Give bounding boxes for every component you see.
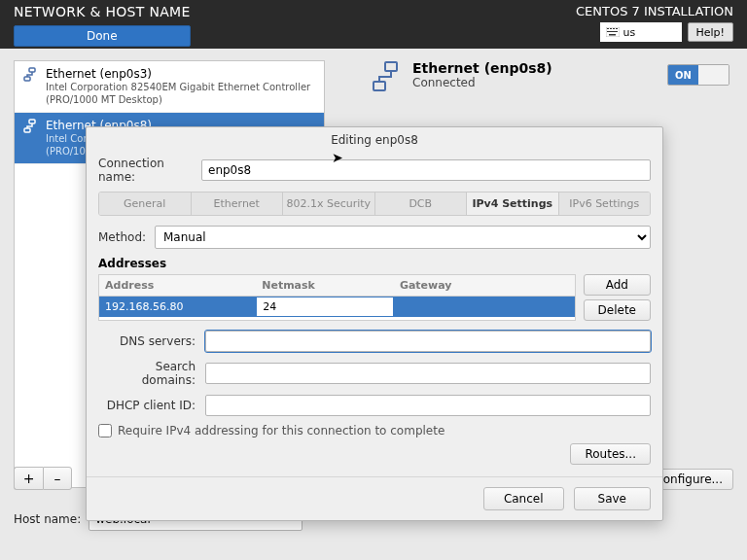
svg-rect-6	[609, 34, 616, 36]
svg-rect-1	[607, 28, 609, 29]
keyboard-layout-label: us	[623, 26, 636, 39]
remove-nic-button[interactable]: –	[43, 467, 72, 490]
add-nic-button[interactable]: +	[14, 467, 43, 490]
installer-title: CENTOS 7 INSTALLATION	[576, 4, 733, 18]
dhcp-client-id-label: DHCP client ID:	[98, 399, 196, 412]
dhcp-client-id-input[interactable]	[205, 395, 651, 416]
dns-label: DNS servers:	[98, 334, 196, 348]
nic-toggle[interactable]: ON	[667, 64, 729, 86]
nic-name: Ethernet (enp0s3)	[46, 67, 316, 82]
connection-name-label: Connection name:	[98, 157, 192, 184]
keyboard-icon	[606, 27, 620, 37]
nic-detail-status: Connected	[412, 76, 552, 89]
gateway-cell[interactable]	[394, 297, 575, 317]
keyboard-layout-indicator[interactable]: us	[600, 22, 682, 42]
search-domains-label: Search domains:	[98, 360, 196, 387]
tab-ipv6[interactable]: IPv6 Settings	[559, 192, 651, 215]
cancel-button[interactable]: Cancel	[483, 487, 564, 510]
tab-ipv4[interactable]: IPv4 Settings	[467, 192, 559, 215]
netmask-cell-input[interactable]	[259, 299, 391, 314]
delete-address-button[interactable]: Delete	[584, 299, 651, 321]
edit-connection-dialog: Editing enp0s8 Connection name: General …	[86, 126, 663, 521]
svg-rect-9	[29, 120, 35, 123]
ethernet-icon	[22, 119, 38, 134]
tab-general[interactable]: General	[99, 192, 192, 215]
toggle-off-side	[698, 65, 729, 85]
method-select[interactable]: Manual	[155, 226, 651, 249]
require-ipv4-label: Require IPv4 addressing for this connect…	[118, 424, 445, 438]
dialog-title: Editing enp0s8	[87, 127, 662, 151]
address-cell[interactable]: 192.168.56.80	[99, 297, 256, 317]
dns-input[interactable]	[205, 331, 651, 352]
page-title: NETWORK & HOST NAME	[14, 4, 191, 19]
done-button[interactable]: Done	[14, 25, 191, 47]
save-button[interactable]: Save	[574, 487, 651, 510]
tab-8021x[interactable]: 802.1x Security	[283, 192, 375, 215]
nic-desc: Intel Corporation 82540EM Gigabit Ethern…	[46, 82, 316, 106]
toggle-on-label: ON	[668, 65, 698, 85]
table-row[interactable]: 192.168.56.80	[99, 297, 575, 317]
svg-rect-12	[374, 82, 385, 90]
svg-rect-3	[613, 28, 615, 29]
hostname-label: Host name:	[14, 512, 81, 526]
tab-ethernet[interactable]: Ethernet	[192, 192, 284, 215]
add-address-button[interactable]: Add	[584, 274, 651, 296]
method-label: Method:	[98, 230, 145, 244]
nic-detail: Ethernet (enp0s8) Connected	[370, 60, 661, 93]
ethernet-icon	[22, 67, 38, 83]
ethernet-icon	[370, 60, 403, 93]
add-remove-nic: + –	[14, 467, 72, 490]
connection-name-input[interactable]	[201, 159, 651, 181]
svg-rect-10	[24, 128, 30, 132]
header: NETWORK & HOST NAME Done CENTOS 7 INSTAL…	[0, 0, 747, 49]
svg-rect-5	[607, 31, 618, 32]
svg-rect-11	[385, 62, 397, 71]
svg-rect-8	[24, 77, 30, 81]
svg-rect-2	[610, 28, 612, 29]
addresses-table: Address Netmask Gateway 192.168.56.80	[98, 274, 576, 321]
settings-tabs: General Ethernet 802.1x Security DCB IPv…	[98, 192, 651, 216]
col-netmask: Netmask	[256, 275, 394, 296]
addresses-heading: Addresses	[98, 257, 651, 270]
tab-dcb[interactable]: DCB	[375, 192, 468, 215]
col-gateway: Gateway	[394, 275, 575, 296]
svg-rect-4	[616, 28, 618, 29]
require-ipv4-checkbox[interactable]	[98, 424, 112, 438]
nic-item[interactable]: Ethernet (enp0s3)Intel Corporation 82540…	[15, 61, 324, 113]
routes-button[interactable]: Routes...	[570, 443, 651, 465]
search-domains-input[interactable]	[205, 363, 651, 384]
svg-rect-7	[29, 68, 35, 72]
help-button[interactable]: Help!	[688, 22, 734, 42]
nic-detail-name: Ethernet (enp0s8)	[412, 60, 552, 76]
col-address: Address	[99, 275, 256, 296]
